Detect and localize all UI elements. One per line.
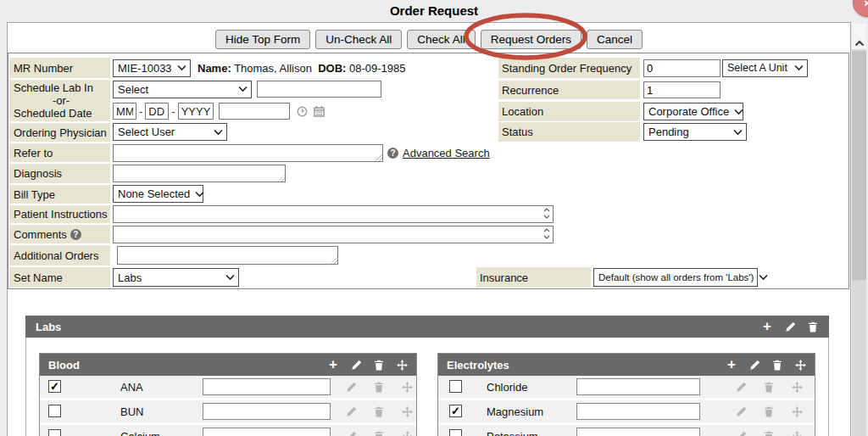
comments-textarea[interactable] [113, 226, 554, 243]
lab-item-row-potassium: ✓ Potassium [438, 425, 815, 436]
bill-type-value: None Selected [118, 187, 190, 200]
scrollbar[interactable] [852, 24, 866, 436]
scroll-arrows-icon[interactable] [543, 228, 550, 239]
move-icon[interactable] [791, 405, 803, 417]
location-value: Corporate Office [648, 105, 729, 118]
scroll-arrows-icon[interactable] [543, 208, 550, 219]
chevron-down-icon [195, 192, 204, 197]
delete-icon[interactable] [771, 359, 783, 371]
refer-to-input[interactable] [113, 144, 383, 162]
electrolytes-panel-header: Electrolytes + [438, 354, 815, 376]
status-select[interactable]: Pending [643, 123, 747, 141]
lab-item-input[interactable] [576, 403, 700, 420]
move-icon[interactable] [401, 381, 413, 393]
label-column: MR Number Schedule Lab In -or- Scheduled… [9, 58, 110, 288]
lab-item-input[interactable] [576, 428, 700, 436]
ordering-physician-select[interactable]: Select User [113, 123, 227, 141]
request-orders-button[interactable]: Request Orders [481, 30, 581, 49]
name-label: Name: [198, 62, 231, 75]
diagnosis-row [113, 164, 286, 183]
cancel-button[interactable]: Cancel [587, 30, 643, 49]
move-icon[interactable] [401, 405, 413, 417]
lab-item-checkbox[interactable]: ✓ [48, 405, 61, 417]
move-icon[interactable] [794, 359, 806, 371]
chevron-down-icon [734, 109, 743, 115]
edit-icon[interactable] [784, 321, 796, 333]
edit-icon[interactable] [350, 359, 362, 371]
page-title: Order Request [0, 3, 868, 18]
blood-panel-header: Blood + [40, 354, 416, 376]
delete-icon[interactable] [373, 381, 385, 393]
comments-help-icon[interactable]: ? [70, 229, 81, 240]
scrollbar-thumb[interactable] [852, 51, 866, 280]
bill-type-select[interactable]: None Selected [113, 185, 203, 203]
lab-item-input[interactable] [203, 378, 331, 395]
hide-top-form-button[interactable]: Hide Top Form [215, 30, 310, 49]
delete-icon[interactable] [807, 321, 819, 333]
lab-item-checkbox[interactable]: ✓ [449, 380, 462, 393]
add-icon[interactable]: + [726, 358, 737, 370]
unit-select[interactable]: Select A Unit [722, 59, 808, 77]
refer-to-help-icon[interactable]: ? [387, 148, 398, 159]
additional-orders-input[interactable] [117, 246, 338, 265]
delete-icon[interactable] [373, 405, 385, 417]
edit-icon[interactable] [345, 430, 357, 436]
patient-instructions-textarea[interactable] [113, 205, 554, 223]
calendar-icon[interactable] [314, 106, 325, 117]
mr-number-select[interactable]: MIE-10033 [113, 59, 191, 77]
month-input[interactable] [113, 103, 136, 120]
lab-category-panel-electrolytes: Electrolytes + ✓ Chloride [437, 353, 815, 436]
day-input[interactable] [145, 103, 169, 120]
move-icon[interactable] [791, 430, 803, 436]
chevron-down-icon [214, 130, 223, 135]
location-select[interactable]: Corporate Office [643, 103, 743, 120]
set-name-select[interactable]: Labs [113, 268, 239, 287]
lab-item-checkbox[interactable]: ✓ [48, 429, 61, 436]
lab-item-label: Chloride [487, 381, 527, 394]
schedule-label-top: Schedule Lab In [14, 81, 93, 94]
standing-order-frequency-input[interactable] [643, 59, 721, 77]
scrollbar-up-button[interactable] [852, 24, 866, 49]
delete-icon[interactable] [763, 430, 775, 436]
advanced-search-link[interactable]: Advanced Search [403, 147, 490, 159]
delete-icon[interactable] [763, 405, 775, 417]
order-form: MR Number Schedule Lab In -or- Scheduled… [8, 53, 849, 289]
lab-item-input[interactable] [576, 378, 700, 395]
time-input[interactable] [219, 103, 290, 120]
move-icon[interactable] [396, 359, 408, 371]
edit-icon[interactable] [345, 381, 357, 393]
add-icon[interactable]: + [327, 358, 339, 370]
year-input[interactable] [178, 103, 214, 120]
date-separator: - [139, 105, 142, 118]
chevron-down-icon [733, 130, 743, 135]
delete-icon[interactable] [763, 381, 775, 393]
check-all-button[interactable]: Check All [407, 30, 475, 49]
schedule-lab-in-select[interactable]: Select [113, 81, 252, 98]
recurrence-row: Recurrence [498, 81, 721, 99]
edit-icon[interactable] [345, 405, 357, 417]
move-icon[interactable] [401, 430, 413, 436]
add-icon[interactable]: + [761, 320, 773, 332]
lab-item-checkbox[interactable]: ✓ [48, 380, 61, 393]
recurrence-input[interactable] [643, 81, 721, 98]
edit-icon[interactable] [735, 405, 747, 417]
lab-item-input[interactable] [203, 403, 331, 420]
delete-icon[interactable] [373, 430, 385, 436]
edit-icon[interactable] [735, 430, 747, 436]
status-label: Status [498, 122, 640, 142]
uncheck-all-button[interactable]: Un-Check All [315, 30, 402, 49]
move-icon[interactable] [791, 381, 803, 393]
clock-icon[interactable] [297, 106, 308, 117]
insurance-select[interactable]: Default (show all orders from 'Labs') [593, 268, 758, 287]
lab-item-input[interactable] [203, 428, 331, 436]
comments-label-text: Comments [14, 228, 67, 241]
insurance-value: Default (show all orders from 'Labs') [598, 272, 754, 282]
set-name-row: Labs [113, 267, 239, 288]
schedule-lab-in-input[interactable] [257, 81, 381, 98]
lab-item-checkbox[interactable]: ✓ [449, 429, 462, 436]
edit-icon[interactable] [735, 381, 747, 393]
edit-icon[interactable] [748, 359, 760, 371]
lab-item-checkbox[interactable]: ✓ [449, 405, 462, 417]
diagnosis-input[interactable] [113, 165, 286, 182]
delete-icon[interactable] [373, 359, 385, 371]
